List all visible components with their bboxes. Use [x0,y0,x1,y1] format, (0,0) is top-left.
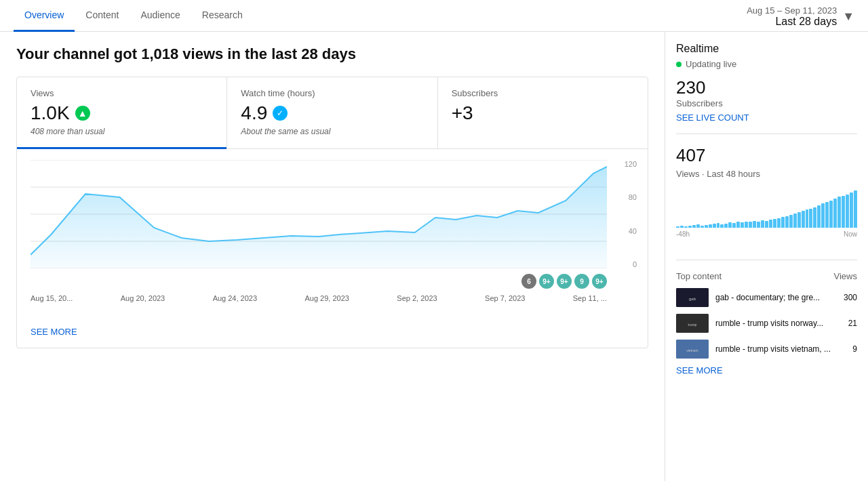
stat-tab-subscribers[interactable]: Subscribers +3 [437,77,648,149]
realtime-sub-label: Subscribers [676,98,857,108]
x-label-6: Sep 11, ... [573,294,607,302]
content-views-1: 300 [844,293,857,302]
mini-bar-segment [717,223,720,228]
watchtime-note: About the same as usual [241,127,423,136]
svg-text:vietnam: vietnam [686,348,698,352]
legend-dot-5: 9+ [592,274,607,289]
chevron-down-icon: ▼ [842,9,854,24]
mini-bar-segment [809,209,812,228]
stats-card: Views 1.0K ▲ 408 more than usual Watch t… [16,77,648,348]
mini-bar-segment [757,222,760,228]
content-item-3[interactable]: vietnam rumble - trump visits vietnam, .… [676,340,857,359]
x-label-5: Sep 7, 2023 [485,294,525,302]
mini-bar-segment [850,192,853,228]
x-label-0: Aug 15, 20... [31,294,73,302]
mini-bar-segment [837,197,841,228]
mini-bar-segment [793,214,797,228]
content-views-3: 9 [852,344,857,354]
mini-bar-segment [842,196,845,228]
channel-headline: Your channel got 1,018 views in the last… [16,45,648,63]
updating-live: Updating live [676,59,857,69]
top-content-label: Top content [676,271,722,281]
see-more-right-link[interactable]: SEE MORE [676,365,857,375]
mini-bar-segment [833,199,837,228]
views-label: Views [31,88,213,98]
left-content: Your channel got 1,018 views in the last… [0,32,665,481]
x-label-2: Aug 24, 2023 [213,294,257,302]
realtime-section: Realtime Updating live 230 Subscribers S… [676,43,857,134]
mini-bar-segment [684,226,688,228]
mini-bar-segment [781,217,785,228]
subscribers-label: Subscribers [452,88,634,98]
time-label-48h: -48h [676,230,690,238]
content-item-2[interactable]: trump rumble - trump visits norway... 21 [676,314,857,333]
legend-dot-4: 9 [574,274,589,289]
mini-bar-segment [713,224,716,228]
y-axis-labels: 120 80 40 0 [625,160,637,268]
see-live-count-link[interactable]: SEE LIVE COUNT [676,113,857,123]
mini-bar-segment [854,190,857,228]
mini-bar-segment [829,201,833,228]
mini-bar-segment [728,222,732,228]
tab-overview[interactable]: Overview [14,0,75,32]
content-item-1[interactable]: gab gab - documentary; the gre... 300 [676,288,857,307]
mini-bar-segment [676,226,679,228]
mini-bar-segment [696,224,700,228]
realtime-sub-count: 230 [676,77,857,98]
mini-bar-segment [745,222,748,228]
mini-bar-segment [765,221,768,228]
mini-bar-segment [705,225,708,228]
x-axis-labels: Aug 15, 20... Aug 20, 2023 Aug 24, 2023 … [31,294,607,302]
mini-bar-segment [813,207,816,228]
legend-dot-3: 9+ [557,274,572,289]
mini-bar-segment [709,224,712,228]
y-label-0: 0 [625,260,637,268]
mini-bar-segment [692,225,696,228]
mini-bar-segment [736,222,740,228]
stat-tab-views[interactable]: Views 1.0K ▲ 408 more than usual [17,77,226,149]
mini-bar-segment [785,216,789,228]
x-label-1: Aug 20, 2023 [121,294,165,302]
mini-bar-segment [761,220,764,228]
chart-legend: 6 9+ 9+ 9 9+ [31,274,607,289]
thumbnail-2: trump [676,314,709,333]
mini-bar-segment [789,215,793,228]
svg-text:trump: trump [688,323,697,327]
mini-bar-segment [724,224,728,228]
up-arrow-icon: ▲ [75,106,90,121]
date-range-sub: Aug 15 – Sep 11, 2023 [747,5,837,16]
y-label-40: 40 [625,227,637,235]
top-content-section: Top content Views gab gab - documentary;… [676,271,857,375]
watchtime-value: 4.9 ✓ [241,102,423,124]
mini-bar-segment [802,211,805,228]
main-layout: Your channel got 1,018 views in the last… [0,32,868,481]
realtime-subscribers: 230 Subscribers SEE LIVE COUNT [676,77,857,123]
stat-tab-watchtime[interactable]: Watch time (hours) 4.9 ✓ About the same … [226,77,437,149]
tab-content[interactable]: Content [75,0,130,32]
content-title-3: rumble - trump visits vietnam, ... [715,344,846,354]
tab-research[interactable]: Research [191,0,254,32]
legend-dot-2: 9+ [539,274,554,289]
subscribers-value: +3 [452,102,634,124]
updating-live-text: Updating live [686,59,736,69]
thumbnail-1: gab [676,288,709,307]
chart-area: 120 80 40 0 6 9+ 9+ 9 9+ Aug 15, 20... A… [17,149,648,316]
mini-bar-segment [701,226,704,228]
views-value: 1.0K ▲ [31,102,213,124]
mini-bar-segment [797,212,801,228]
mini-bar-segment [806,209,809,228]
views-48h-section: 407 Views · Last 48 hours -48h Now [676,145,857,260]
legend-dot-1: 6 [521,274,536,289]
date-range-selector[interactable]: Aug 15 – Sep 11, 2023 Last 28 days ▼ [747,5,854,28]
line-chart-svg [31,160,607,268]
stats-tabs: Views 1.0K ▲ 408 more than usual Watch t… [17,77,648,149]
mini-bar-segment [753,221,756,228]
views-48h-count: 407 [676,145,857,166]
views-48h-label: Views · Last 48 hours [676,169,857,179]
x-label-4: Sep 2, 2023 [397,294,437,302]
tab-audience[interactable]: Audience [130,0,191,32]
mini-bar-segment [825,202,829,228]
svg-text:gab: gab [689,297,696,301]
see-more-link[interactable]: SEE MORE [17,316,648,348]
mini-bar-segment [817,205,821,228]
